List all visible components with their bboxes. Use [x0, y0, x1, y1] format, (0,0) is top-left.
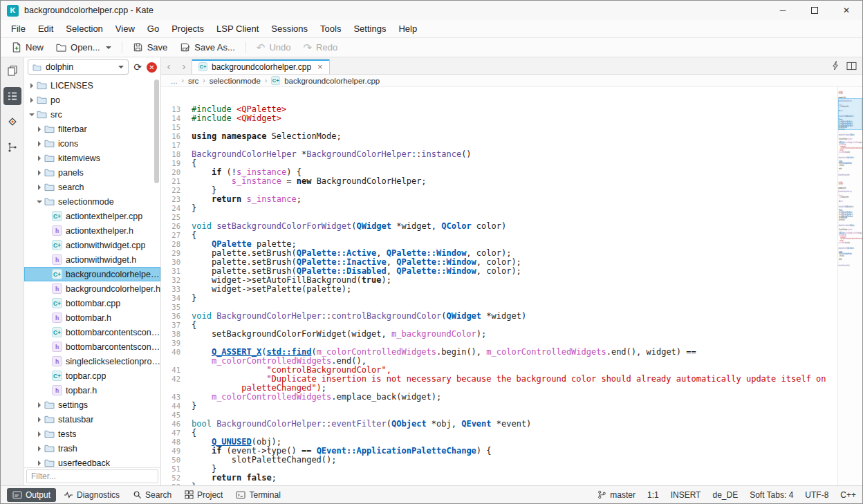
tree-item-bottombarcontentscont[interactable]: hbottombarcontentscont... — [24, 339, 160, 354]
tree-item-licenses[interactable]: LICENSES — [24, 78, 160, 93]
menu-item-edit[interactable]: Edit — [32, 20, 59, 37]
tab-settings[interactable]: Soft Tabs: 4 — [750, 490, 793, 500]
panel-button-terminal[interactable]: Terminal — [230, 488, 286, 502]
dictionary[interactable]: de_DE — [712, 490, 738, 500]
tree-item-search[interactable]: search — [24, 180, 160, 194]
chevron-right-icon[interactable] — [35, 431, 44, 437]
code-line[interactable]: 36void BackgroundColorHelper::controlBac… — [161, 312, 837, 321]
chevron-right-icon[interactable] — [27, 83, 36, 88]
tree-item-singleclickselectionproxy[interactable]: hsingleclickselectionproxy... — [24, 354, 160, 368]
back-history-button[interactable]: ‹ — [161, 57, 176, 74]
code-line[interactable]: 53} — [161, 483, 837, 485]
git-toolview-button[interactable] — [3, 113, 21, 131]
tab-close-icon[interactable]: × — [317, 62, 323, 72]
code-view[interactable]: 13#include <QPalette>14#include <QWidget… — [161, 87, 837, 485]
documents-toolview-button[interactable] — [3, 62, 21, 80]
code-line[interactable]: 14#include <QWidget> — [161, 114, 837, 123]
tree-item-settings[interactable]: settings — [24, 398, 160, 412]
code-line[interactable]: 16using namespace SelectionMode; — [161, 132, 837, 141]
tree-item-panels[interactable]: panels — [24, 165, 160, 180]
tree-item-actionwithwidget-h[interactable]: hactionwithwidget.h — [24, 252, 160, 267]
code-line[interactable]: 34} — [161, 294, 837, 303]
filter-input[interactable] — [26, 469, 158, 483]
project-panel-close-button[interactable]: ✕ — [147, 62, 157, 73]
code-line[interactable]: 26void setBackgroundColorForWidget(QWidg… — [161, 222, 837, 231]
save-as-button[interactable]: Save As... — [174, 40, 241, 55]
breadcrumb-item-[interactable]: ... — [171, 77, 178, 85]
split-view-icon[interactable] — [846, 62, 857, 71]
projects-toolview-button[interactable] — [3, 87, 21, 105]
panel-button-diagnostics[interactable]: Diagnostics — [58, 488, 125, 502]
tree-item-statusbar[interactable]: statusbar — [24, 412, 160, 427]
menu-item-projects[interactable]: Projects — [165, 20, 210, 37]
tree-item-bottombar-cpp[interactable]: C+bottombar.cpp — [24, 296, 160, 310]
tree-item-userfeedback[interactable]: userfeedback — [24, 456, 160, 467]
code-line[interactable]: 52 return false; — [161, 474, 837, 483]
tree-item-actionwithwidget-cpp[interactable]: C+actionwithwidget.cpp — [24, 238, 160, 252]
code-line[interactable]: 23 return s_instance; — [161, 195, 837, 204]
tree-item-selectionmode[interactable]: selectionmode — [24, 194, 160, 209]
code-line[interactable]: 38 setBackgroundColorForWidget(widget, m… — [161, 330, 837, 339]
tree-item-icons[interactable]: icons — [24, 136, 160, 151]
tree-item-po[interactable]: po — [24, 93, 160, 107]
tree-item-backgroundcolorhelper-h[interactable]: hbackgroundcolorhelper.h — [24, 281, 160, 296]
project-refresh-button[interactable]: ⟳ — [132, 62, 143, 73]
tree-scrollbar-thumb[interactable] — [154, 80, 159, 183]
chevron-right-icon[interactable] — [35, 185, 44, 190]
menu-item-file[interactable]: File — [5, 20, 32, 37]
panel-button-project[interactable]: Project — [179, 488, 228, 502]
menu-item-selection[interactable]: Selection — [59, 20, 109, 37]
tree-item-topbar-h[interactable]: htopbar.h — [24, 383, 160, 398]
tree-item-bottombarcontentscont[interactable]: C+bottombarcontentscont... — [24, 325, 160, 339]
chevron-right-icon[interactable] — [35, 446, 44, 451]
tab-backgroundcolorhelper[interactable]: C+ backgroundcolorhelper.cpp × — [192, 59, 330, 74]
code-line[interactable]: 24} — [161, 204, 837, 213]
git-branch-indicator[interactable]: master — [597, 490, 635, 500]
input-mode[interactable]: INSERT — [671, 490, 701, 500]
chevron-right-icon[interactable] — [35, 417, 44, 422]
tree-item-src[interactable]: src — [24, 107, 160, 122]
tree-item-backgroundcolorhelper-c[interactable]: C+backgroundcolorhelper.c... — [24, 267, 160, 281]
breadcrumb-item-src[interactable]: src — [188, 77, 198, 85]
code-line[interactable]: 33 widget->setPalette(palette); — [161, 285, 837, 294]
tree-item-bottombar-h[interactable]: hbottombar.h — [24, 310, 160, 325]
code-line[interactable]: 21 s_instance = new BackgroundColorHelpe… — [161, 177, 837, 186]
chevron-right-icon[interactable] — [35, 156, 44, 161]
menu-item-settings[interactable]: Settings — [347, 20, 392, 37]
menu-item-lsp-client[interactable]: LSP Client — [210, 20, 265, 37]
tree-item-actiontexthelper-cpp[interactable]: C+actiontexthelper.cpp — [24, 209, 160, 223]
tree-item-tests[interactable]: tests — [24, 427, 160, 441]
breadcrumb-item-backgroundcolorhelper-cpp[interactable]: backgroundcolorhelper.cpp — [284, 77, 380, 85]
code-line[interactable]: 18BackgroundColorHelper *BackgroundColor… — [161, 150, 837, 159]
chevron-right-icon[interactable] — [35, 127, 44, 132]
menu-item-help[interactable]: Help — [392, 20, 423, 37]
cursor-position[interactable]: 1:1 — [647, 490, 659, 500]
tree-item-trash[interactable]: trash — [24, 441, 160, 456]
chevron-down-icon[interactable] — [27, 113, 36, 116]
tree-item-actiontexthelper-h[interactable]: hactiontexthelper.h — [24, 223, 160, 238]
symbols-toolview-button[interactable] — [3, 138, 21, 156]
menu-item-view[interactable]: View — [109, 20, 141, 37]
minimize-button[interactable]: ─ — [767, 1, 799, 20]
menu-item-tools[interactable]: Tools — [314, 20, 347, 37]
project-selector[interactable]: dolphin — [28, 59, 129, 75]
code-line[interactable]: 46bool BackgroundColorHelper::eventFilte… — [161, 420, 837, 429]
maximize-button[interactable] — [799, 1, 830, 20]
panel-button-search[interactable]: Search — [127, 488, 177, 502]
minimap[interactable]: #include <QPalette>#include <QWidget>usi… — [837, 87, 862, 485]
highlight-mode[interactable]: C++ — [840, 490, 856, 500]
undo-button[interactable]: ↶ Undo — [251, 40, 297, 55]
minimap-viewport[interactable] — [838, 98, 862, 130]
menu-item-sessions[interactable]: Sessions — [265, 20, 314, 37]
menu-item-go[interactable]: Go — [141, 20, 165, 37]
chevron-right-icon[interactable] — [35, 141, 44, 147]
code-line[interactable]: 50 slotPaletteChanged(); — [161, 456, 837, 465]
open-button[interactable]: Open... — [50, 40, 117, 55]
tree-item-filterbar[interactable]: filterbar — [24, 122, 160, 136]
close-button[interactable]: ✕ — [830, 1, 862, 20]
chevron-right-icon[interactable] — [27, 97, 36, 103]
code-line[interactable]: 43 m_colorControlledWidgets.emplace_back… — [161, 393, 837, 402]
chevron-right-icon[interactable] — [35, 402, 44, 408]
tree-item-topbar-cpp[interactable]: C+topbar.cpp — [24, 368, 160, 383]
redo-button[interactable]: ↷ Redo — [298, 40, 344, 55]
